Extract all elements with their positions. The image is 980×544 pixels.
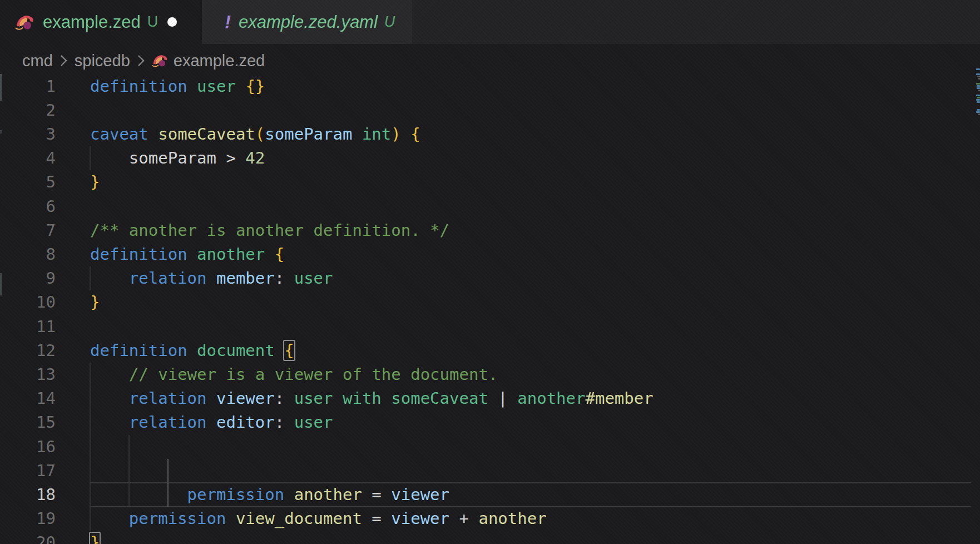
edge-sliver [0, 74, 2, 101]
bracket-match-box: } [90, 533, 100, 544]
breadcrumb-item-spicedb[interactable]: spicedb [75, 52, 130, 70]
line-number[interactable]: 4 [0, 146, 56, 170]
chevron-right-icon [137, 53, 145, 68]
line-number[interactable]: 15 [0, 411, 56, 434]
chevron-right-icon [60, 53, 68, 68]
code-text: } [90, 290, 100, 314]
minimap-line-mark [976, 68, 980, 70]
code-text: } [90, 531, 100, 544]
code-line[interactable]: 17 [0, 459, 976, 483]
minimap-line-mark [976, 73, 980, 75]
code-text: } [90, 170, 100, 194]
code-text: /** another is another definition. */ [90, 219, 449, 243]
breadcrumb-item-file[interactable]: example.zed [174, 52, 265, 70]
line-number[interactable]: 10 [0, 290, 56, 314]
code-text: caveat someCaveat(someParam int) { [90, 122, 420, 146]
indent-guide [90, 435, 91, 459]
indent-guide [167, 459, 169, 483]
code-text: definition document { [90, 339, 294, 363]
code-text: definition another { [90, 243, 284, 266]
code-line[interactable]: 8definition another { [0, 243, 976, 266]
line-number[interactable]: 3 [0, 122, 56, 146]
warning-exclamation-icon: ! [225, 13, 231, 31]
line-number[interactable]: 5 [0, 170, 56, 194]
edge-sliver [0, 273, 2, 295]
line-number[interactable]: 13 [0, 363, 56, 387]
line-number[interactable]: 20 [0, 531, 56, 544]
code-text: definition user {} [90, 75, 265, 98]
code-text: relation editor: user [90, 411, 333, 434]
spicedb-logo-icon [15, 12, 35, 32]
code-line[interactable]: 18 permission another = viewer [0, 483, 976, 507]
line-number[interactable]: 8 [0, 243, 56, 266]
minimap-line-mark [977, 87, 980, 89]
git-status-badge: U [384, 13, 395, 31]
tab-bar: example.zed U ! example.zed.yaml U [0, 0, 980, 44]
line-number[interactable]: 16 [0, 435, 56, 459]
code-text: permission another = viewer [90, 483, 449, 507]
code-text: // viewer is a viewer of the document. [90, 363, 498, 387]
code-line[interactable]: 10} [0, 290, 976, 314]
line-number[interactable]: 9 [0, 266, 56, 290]
code-line[interactable]: 19 permission view_document = viewer + a… [0, 507, 976, 531]
minimap-line-mark [977, 109, 980, 111]
minimap-line-mark [977, 101, 980, 103]
code-line[interactable]: 16 [0, 435, 976, 459]
code-line[interactable]: 11 [0, 315, 976, 339]
line-number[interactable]: 6 [0, 195, 56, 219]
code-line[interactable]: 7/** another is another definition. */ [0, 219, 976, 243]
code-line[interactable]: 5} [0, 170, 976, 194]
indent-guide [128, 435, 130, 459]
code-line[interactable]: 4 someParam > 42 [0, 146, 976, 170]
code-line[interactable]: 15 relation editor: user [0, 411, 976, 434]
minimap-line-mark [976, 95, 980, 96]
breadcrumb-item-cmd[interactable]: cmd [22, 52, 53, 70]
line-number[interactable]: 14 [0, 387, 56, 411]
minimap-line-mark [977, 97, 980, 98]
code-editor[interactable]: 1definition user {}23caveat someCaveat(s… [0, 0, 976, 544]
minimap-line-mark [976, 83, 980, 85]
code-text: someParam > 42 [90, 146, 265, 170]
line-number[interactable]: 2 [0, 98, 56, 122]
minimap-line-mark [976, 111, 980, 113]
indent-guide [90, 459, 91, 483]
code-line[interactable]: 2 [0, 98, 976, 122]
minimap-line-mark [976, 99, 980, 101]
left-edge-panel-sliver [0, 0, 2, 544]
tab-example-zed-yaml[interactable]: ! example.zed.yaml U [202, 0, 412, 44]
tab-label: example.zed.yaml [239, 12, 378, 32]
code-line[interactable]: 13 // viewer is a viewer of the document… [0, 363, 976, 387]
line-number[interactable]: 18 [0, 483, 56, 507]
line-number[interactable]: 7 [0, 219, 56, 243]
minimap[interactable] [976, 44, 980, 544]
line-number[interactable]: 12 [0, 339, 56, 363]
tab-example-zed[interactable]: example.zed U [0, 0, 202, 44]
code-line[interactable]: 3caveat someCaveat(someParam int) { [0, 122, 976, 146]
line-number[interactable]: 17 [0, 459, 56, 483]
code-line[interactable]: 6 [0, 195, 976, 219]
code-line[interactable]: 14 relation viewer: user with someCaveat… [0, 387, 976, 411]
line-number[interactable]: 11 [0, 315, 56, 339]
code-line[interactable]: 9 relation member: user [0, 266, 976, 290]
code-text: relation member: user [90, 266, 333, 290]
bracket-match-box: { [284, 341, 294, 360]
spicedb-logo-icon [152, 52, 169, 69]
tab-label: example.zed [43, 12, 141, 32]
vscode-window: { "tabs": [ {"label": "example.zed", "gi… [0, 0, 980, 544]
code-line[interactable]: 20} [0, 531, 976, 544]
indent-guide [128, 459, 130, 483]
line-number[interactable]: 19 [0, 507, 56, 531]
code-line[interactable]: 12definition document { [0, 339, 976, 363]
breadcrumb: cmd spicedb example.zed [22, 48, 265, 73]
code-line[interactable]: 1definition user {} [0, 75, 976, 98]
edge-sliver [0, 130, 2, 133]
minimap-line-mark [977, 76, 980, 77]
minimap-line-mark [977, 85, 980, 87]
unsaved-changes-dot-icon[interactable] [167, 17, 177, 27]
code-text: relation viewer: user with someCaveat | … [90, 387, 654, 411]
code-text: permission view_document = viewer + anot… [90, 507, 547, 531]
git-status-badge: U [147, 13, 159, 31]
line-number[interactable]: 1 [0, 75, 56, 98]
